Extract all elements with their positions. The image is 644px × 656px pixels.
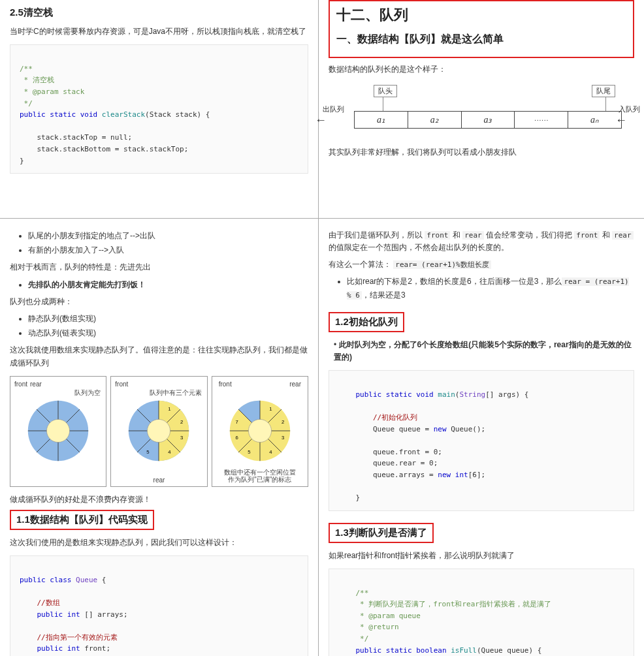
heading-13: 1.3判断队列是否满了 xyxy=(329,523,634,543)
para: 数据结构的队列长的是这个样子： xyxy=(329,63,634,76)
label-tail: 队尾 xyxy=(592,85,615,97)
circular-queue-diagrams: front rear 队列为空 front 队列中有三个元素 xyxy=(10,376,308,487)
heading-12: 1.2初始化队列 xyxy=(329,312,634,332)
svg-text:4: 4 xyxy=(269,449,272,455)
svg-point-34 xyxy=(248,419,271,442)
heading-12: 十二、队列 xyxy=(336,5,626,25)
list-item: 队尾的小朋友到指定的地点了-->出队 xyxy=(28,229,308,243)
panel-stack-clear: 2.5清空栈 当时学C的时候需要释放内存资源，可是Java不用呀，所以栈顶指向栈… xyxy=(0,0,319,219)
heading-11: 1.1数据结构【队列】代码实现 xyxy=(10,510,308,530)
para: 当时学C的时候需要释放内存资源，可是Java不用呀，所以栈顶指向栈底，就清空栈了 xyxy=(10,25,308,38)
para: 相对于栈而言，队列的特性是：先进先出 xyxy=(10,261,308,273)
svg-point-19 xyxy=(148,419,170,442)
qcell: a₁ xyxy=(355,112,408,128)
para: 做成循环队列的好处是不浪费内存资源！ xyxy=(10,493,308,506)
label-out: 出队列 xyxy=(323,104,344,114)
svg-text:3: 3 xyxy=(282,435,284,441)
svg-text:5: 5 xyxy=(248,449,250,455)
svg-text:1: 1 xyxy=(169,406,171,412)
list-item: 比如rear的下标是2，数组的长度是6，往后面移一位是3，那么rear = (r… xyxy=(347,275,634,303)
para: • 此时队列为空，分配了6个长度给数组(只能装5个实际的数字，rear指向的是无… xyxy=(334,339,634,364)
qcell: a₂ xyxy=(408,112,462,128)
para: 这次我就使用数组来实现静态队列了。值得注意的是：往往实现静态队列，我们都是做成循… xyxy=(10,344,308,369)
para: 其实队列非常好理解，我们将队列可以看成小朋友排队 xyxy=(329,146,634,159)
heading-25: 2.5清空栈 xyxy=(10,7,308,19)
diagram-empty: front rear 队列为空 xyxy=(10,376,106,487)
svg-text:3: 3 xyxy=(180,435,183,441)
qcell: a₃ xyxy=(462,112,515,128)
para: 这次我们使用的是数组来实现静态队列，因此我们可以这样设计： xyxy=(10,537,308,549)
list-item: 有新的小朋友加入了-->入队 xyxy=(28,243,308,258)
code-clearstack: /** * 清空栈 * @param stack */ public stati… xyxy=(10,44,308,174)
svg-text:2: 2 xyxy=(282,419,284,425)
code-queue-class: public class Queue { //数组 public int [] … xyxy=(10,555,308,656)
svg-text:5: 5 xyxy=(147,449,150,455)
code-init-queue: public static void main(String[] args) {… xyxy=(329,370,634,511)
svg-text:4: 4 xyxy=(169,449,172,455)
diagram-three: front 队列中有三个元素 12 34 5 xyxy=(110,376,207,487)
queue-diagram: 队头 队尾 出队列 ← 入队列 ← a₁ a₂ a₃ …… aₙ xyxy=(341,85,622,137)
svg-text:7: 7 xyxy=(235,419,238,425)
svg-text:6: 6 xyxy=(235,435,238,441)
svg-text:2: 2 xyxy=(180,419,183,425)
panel-queue-intro: 十二、队列 一、数据结构【队列】就是这么简单 数据结构的队列长的是这个样子： 队… xyxy=(319,0,644,219)
para: 如果rear指针和front指针紧挨着，那么说明队列就满了 xyxy=(329,550,634,562)
svg-point-9 xyxy=(47,419,70,442)
para: 有这么一个算法： rear= (rear+1)%数组长度 xyxy=(329,258,634,271)
panel-queue-code: 队尾的小朋友到指定的地点了-->出队 有新的小朋友加入了-->入队 相对于栈而言… xyxy=(0,219,319,656)
para: 由于我们是循环队列，所以 front 和 rear 值会经常变动，我们得把 fr… xyxy=(329,229,634,254)
highlight-chapter-12: 十二、队列 一、数据结构【队列】就是这么简单 xyxy=(329,0,634,58)
qcell: aₙ xyxy=(568,112,621,128)
subheading-1: 一、数据结构【队列】就是这么简单 xyxy=(336,33,626,46)
list-item: 先排队的小朋友肯定能先打到饭！ xyxy=(28,278,308,292)
para: 队列也分成两种： xyxy=(10,296,308,308)
label-head: 队头 xyxy=(374,85,397,97)
diagram-full: front rear 12 34 56 7 xyxy=(212,376,308,487)
list-item: 静态队列(数组实现) xyxy=(28,312,308,326)
qcell: …… xyxy=(515,112,568,128)
panel-queue-ops: 由于我们是循环队列，所以 front 和 rear 值会经常变动，我们得把 fr… xyxy=(319,219,644,656)
list-item: 动态队列(链表实现) xyxy=(28,326,308,341)
svg-text:1: 1 xyxy=(269,406,272,412)
list: 队尾的小朋友到指定的地点了-->出队 有新的小朋友加入了-->入队 xyxy=(10,229,308,257)
code-isfull: /** * 判断队列是否满了，front和rear指针紧挨着，就是满了 * @p… xyxy=(329,569,634,656)
